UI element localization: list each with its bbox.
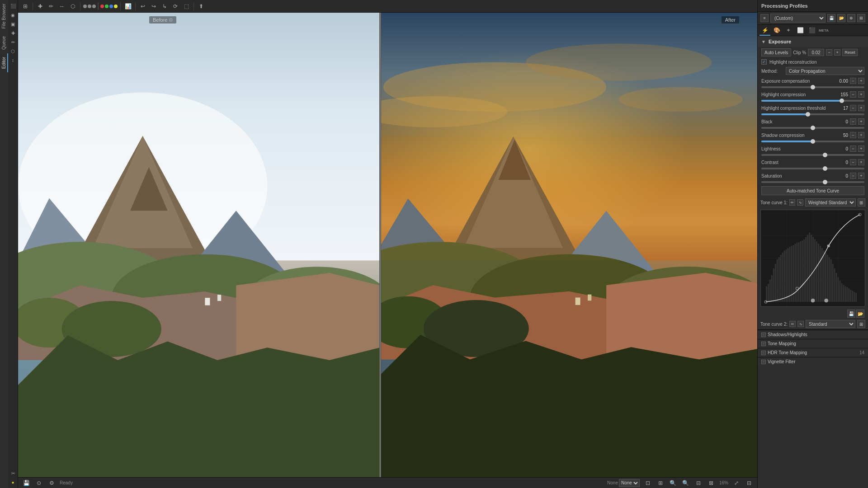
clip-value-input[interactable] <box>808 49 824 56</box>
vignette-filter-header[interactable]: ○ Vignette Filter <box>758 357 868 366</box>
auto-matched-tone-btn[interactable]: Auto-matched Tone Curve <box>761 186 864 195</box>
tab-color[interactable]: 🎨 <box>771 26 782 36</box>
auto-levels-btn[interactable]: Auto Levels <box>761 48 791 56</box>
lightness-slider[interactable] <box>761 154 864 156</box>
zoom-100-btn[interactable]: ⊞ <box>656 479 665 488</box>
exposure-comp-plus[interactable]: + <box>858 78 864 84</box>
zoom-out-btn[interactable]: 🔍 <box>669 479 678 488</box>
tab-transform[interactable]: ⬜ <box>795 26 806 36</box>
toolbar-redo[interactable]: ⟳ <box>171 2 180 11</box>
exposure-header[interactable]: ▼ Exposure <box>758 36 868 47</box>
hdr-tone-mapping-header[interactable]: ○ HDR Tone Mapping 14 <box>758 348 868 357</box>
sidebar-icon-crop[interactable]: ✂ <box>9 469 17 477</box>
contrast-minus[interactable]: − <box>850 159 856 165</box>
highlight-comp-minus[interactable]: − <box>850 91 856 98</box>
toolbar-histogram[interactable]: 📊 <box>123 2 132 11</box>
clip-minus-btn[interactable]: − <box>826 49 832 56</box>
toolbar-export[interactable]: ⬆ <box>197 2 206 11</box>
status-save-btn[interactable]: 💾 <box>22 479 31 488</box>
sidebar-icon-3[interactable]: ▣ <box>9 20 17 28</box>
tc1-load-btn[interactable]: 📂 <box>856 310 864 318</box>
fullscreen-btn[interactable]: ⤢ <box>732 479 741 488</box>
highlight-reconstruction-row[interactable]: ✓ Highlight reconstruction <box>758 58 868 66</box>
mode-select[interactable]: None <box>619 479 640 487</box>
toolbar-home[interactable]: ⊞ <box>21 2 30 11</box>
black-slider[interactable] <box>761 127 864 129</box>
highlight-comp-plus[interactable]: + <box>858 91 864 98</box>
sidebar-icon-2[interactable]: ◉ <box>9 11 17 19</box>
highlight-threshold-slider[interactable] <box>761 113 864 115</box>
contrast-plus[interactable]: + <box>858 159 864 165</box>
before-icon[interactable]: ⊡ <box>169 18 173 22</box>
tone-mapping-header[interactable]: ○ Tone Mapping <box>758 339 868 348</box>
toolbar-transform[interactable]: ⬡ <box>68 2 77 11</box>
toolbar-add[interactable]: ✚ <box>36 2 45 11</box>
sidebar-icon-color[interactable]: ● <box>9 478 17 486</box>
exposure-comp-minus[interactable]: − <box>850 78 856 84</box>
tc1-curve-btn[interactable]: ∿ <box>797 199 803 206</box>
zoom-in-btn[interactable]: 🔍 <box>681 479 690 488</box>
tc1-extra-btn[interactable]: ⊞ <box>858 198 865 206</box>
black-plus[interactable]: + <box>858 118 864 125</box>
exposure-comp-slider[interactable] <box>761 86 864 88</box>
profile-list-btn[interactable]: ≡ <box>760 14 769 22</box>
shadows-highlights-check[interactable]: ○ <box>761 333 766 337</box>
clip-plus-btn[interactable]: + <box>834 49 840 56</box>
vignette-filter-check[interactable]: ○ <box>761 360 766 364</box>
lightness-thumb[interactable] <box>823 153 827 157</box>
saturation-slider[interactable] <box>761 181 864 183</box>
shadow-comp-minus[interactable]: − <box>850 132 856 138</box>
saturation-thumb[interactable] <box>823 180 827 184</box>
highlight-threshold-minus[interactable]: − <box>850 105 856 111</box>
shadow-comp-thumb[interactable] <box>811 139 815 144</box>
highlight-reconstruction-check[interactable]: ✓ <box>761 59 767 65</box>
tc2-select[interactable]: Standard <box>806 320 855 328</box>
highlight-threshold-thumb[interactable] <box>806 112 810 117</box>
highlight-comp-slider[interactable] <box>761 100 864 102</box>
contrast-thumb[interactable] <box>823 166 827 171</box>
tab-detail[interactable]: ✦ <box>783 26 794 36</box>
profile-copy-btn[interactable]: ⊕ <box>847 14 855 22</box>
sidebar-icon-1[interactable]: ⬛ <box>9 2 17 10</box>
tc1-edit-btn[interactable]: ✏ <box>789 199 795 206</box>
zoom-fill-btn[interactable]: ⊠ <box>707 479 716 488</box>
shadow-comp-slider[interactable] <box>761 141 864 142</box>
tc2-curve-btn[interactable]: ∿ <box>797 321 804 327</box>
sidebar-icon-4[interactable]: ✚ <box>9 29 17 37</box>
profile-load-btn[interactable]: 📂 <box>837 14 845 22</box>
sidebar-icon-6[interactable]: ⬡ <box>9 47 17 55</box>
profile-paste-btn[interactable]: ⊞ <box>857 14 865 22</box>
vtab-editor[interactable]: Editor <box>0 53 8 72</box>
status-settings-btn[interactable]: ⚙ <box>47 479 56 488</box>
saturation-plus[interactable]: + <box>858 173 864 179</box>
black-thumb[interactable] <box>811 126 815 130</box>
vtab-filebrowser[interactable]: File Browser <box>0 0 8 33</box>
black-minus[interactable]: − <box>850 118 856 125</box>
method-select[interactable]: Color Propagation <box>786 67 864 75</box>
zoom-fit2-btn[interactable]: ⊟ <box>694 479 703 488</box>
tc2-edit-btn[interactable]: ✏ <box>789 321 796 327</box>
sidebar-icon-7[interactable]: ↕ <box>9 56 17 64</box>
sidebar-icon-5[interactable]: ✏ <box>9 38 17 46</box>
highlight-comp-thumb[interactable] <box>840 99 844 103</box>
profile-save-btn[interactable]: 💾 <box>827 14 835 22</box>
tc2-extra-btn[interactable]: ⊞ <box>857 320 865 328</box>
toolbar-arrow[interactable]: ↔ <box>57 2 66 11</box>
toolbar-undo-prev[interactable]: ↩ <box>138 2 147 11</box>
toolbar-undo[interactable]: ↪ <box>149 2 158 11</box>
vtab-queue[interactable]: Queue <box>0 33 8 53</box>
contrast-slider[interactable] <box>761 168 864 169</box>
toolbar-pencil[interactable]: ✏ <box>47 2 56 11</box>
highlight-threshold-plus[interactable]: + <box>858 105 864 111</box>
exposure-comp-thumb[interactable] <box>811 85 815 89</box>
tab-exposure[interactable]: ⚡ <box>760 26 770 36</box>
tab-raw[interactable]: ⬛ <box>807 26 817 36</box>
reset-btn[interactable]: Reset <box>842 49 858 56</box>
hdr-tone-mapping-check[interactable]: ○ <box>761 351 766 355</box>
saturation-minus[interactable]: − <box>850 173 856 179</box>
zoom-fit-btn[interactable]: ⊡ <box>643 479 652 488</box>
status-profile-btn[interactable]: ⊙ <box>34 479 43 488</box>
tab-meta[interactable]: META <box>818 26 829 36</box>
tone-curve-graph[interactable] <box>760 210 865 307</box>
split-btn[interactable]: ⊟ <box>745 479 754 488</box>
